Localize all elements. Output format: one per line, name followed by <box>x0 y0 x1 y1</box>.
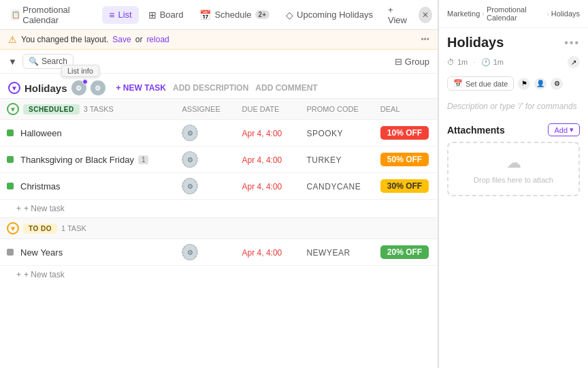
col-header-deal-todo <box>374 218 438 239</box>
new-task-label: + New task <box>24 204 65 213</box>
task-name-cell: Thanksgiving or Black Friday 1 <box>0 147 175 173</box>
task-status-dot <box>7 183 14 189</box>
breadcrumb-holidays: Holidays <box>551 10 580 18</box>
col-header-task: ▼ SCHEDULED 3 TASKS <box>0 99 175 120</box>
meta-time-2: 🕐 1m <box>481 58 504 67</box>
add-comment-btn[interactable]: ADD COMMENT <box>255 83 317 93</box>
breadcrumb: Marketing › Promotional Calendar › Holid… <box>439 0 588 28</box>
drop-label: Drop files here to attach <box>474 176 553 184</box>
tab-schedule[interactable]: 📅 Schedule 2+ <box>193 6 276 24</box>
set-due-date-button[interactable]: 📅 Set due date <box>447 76 514 91</box>
app-logo: 📋 Promotional Calendar <box>5 2 99 28</box>
add-assignee-icon[interactable]: ⚙ <box>182 178 198 194</box>
task-assignee[interactable]: ⚙ <box>175 147 235 173</box>
tab-list-label: List <box>118 10 131 20</box>
scheduled-badge: SCHEDULED <box>23 104 80 114</box>
assignee-avatar: ⚙ <box>182 151 197 168</box>
notif-more-icon[interactable]: ••• <box>421 35 429 44</box>
upcoming-tab-icon: ◇ <box>286 10 293 20</box>
tab-board[interactable]: ⊞ Board <box>142 6 191 24</box>
todo-count: 1 TASK <box>61 224 86 232</box>
scheduled-expand-icon[interactable]: ▼ <box>7 103 19 115</box>
notif-dot <box>82 79 88 85</box>
tasks-table-todo: ▼ TO DO 1 TASK <box>0 217 438 266</box>
list-info-tooltip: List info <box>61 65 99 77</box>
new-task-plus-icon-todo: + <box>16 270 21 279</box>
notification-message: You changed the layout. <box>21 35 108 44</box>
panel-description[interactable]: Description or type '/' for commands <box>439 96 588 117</box>
notification-bar: ⚠ You changed the layout. Save or reload… <box>0 30 438 50</box>
task-status-dot <box>7 156 14 163</box>
add-label: Add <box>554 126 568 134</box>
tab-upcoming[interactable]: ◇ Upcoming Holidays <box>279 6 380 24</box>
task-promo-code: CANDYCANE <box>299 173 373 200</box>
group-label: Group <box>405 57 429 67</box>
deal-badge: 20% OFF <box>380 245 429 259</box>
schedule-badge: 2+ <box>255 10 270 19</box>
panel-more-button[interactable]: ••• <box>564 37 580 49</box>
drop-zone: ☁ Drop files here to attach <box>447 142 580 196</box>
top-nav: 📋 Promotional Calendar ≡ List ⊞ Board 📅 … <box>0 0 438 30</box>
task-promo-code: NEWYEAR <box>299 239 373 266</box>
col-header-promo-todo <box>299 218 373 239</box>
group-button[interactable]: ⊟ Group <box>395 57 429 67</box>
dropdown-chevron-icon: ▾ <box>570 125 574 134</box>
table-row: Christmas ⚙ Apr 4, 4:00 CANDYCANE <box>0 173 438 200</box>
add-attachment-button[interactable]: Add ▾ <box>548 123 580 136</box>
breadcrumb-sep-1: › <box>482 10 485 18</box>
panel-meta: ⏱ 1m · 🕐 1m ↗ <box>439 53 588 74</box>
task-due-date: Apr 4, 4:00 <box>235 173 300 200</box>
breadcrumb-sep-2: › <box>546 10 549 18</box>
breadcrumb-marketing: Marketing <box>447 10 480 18</box>
tab-list[interactable]: ≡ List <box>102 6 138 24</box>
task-name[interactable]: New Years <box>20 247 63 258</box>
add-desc-btn[interactable]: ADD DESCRIPTION <box>173 83 248 93</box>
user-assign-icon[interactable]: 👤 <box>534 78 546 90</box>
new-task-row-todo[interactable]: + + New task <box>0 266 438 283</box>
group-icon: ⊟ <box>395 57 402 67</box>
description-placeholder: Description or type '/' for commands <box>447 102 577 111</box>
task-assignee[interactable]: ⚙ <box>175 239 235 266</box>
add-view-button[interactable]: + View <box>382 1 416 29</box>
add-assignee-icon[interactable]: ⚙ <box>182 151 198 168</box>
attachments-header: Attachments Add ▾ <box>447 123 580 136</box>
add-view-label: + View <box>388 5 410 25</box>
tab-board-label: Board <box>160 10 184 20</box>
task-name[interactable]: Halloween <box>20 128 62 138</box>
flag-icon[interactable]: ⚑ <box>518 78 530 90</box>
meta-time-1: ⏱ 1m <box>447 58 468 66</box>
deal-badge: 50% OFF <box>380 153 429 166</box>
expand-icon[interactable]: ▼ <box>8 82 20 94</box>
task-name[interactable]: Thanksgiving or Black Friday <box>20 155 134 165</box>
task-assignee[interactable]: ⚙ <box>175 173 235 200</box>
todo-expand-icon[interactable]: ▼ <box>7 222 19 234</box>
group-holidays-header: ▼ Holidays ⚙ ⚙ + NEW TASK ADD DESCRIPTIO… <box>0 74 438 98</box>
group-actions: + NEW TASK ADD DESCRIPTION ADD COMMENT <box>116 83 318 93</box>
tasks-table-scheduled: ▼ SCHEDULED 3 TASKS ASSIGNEE DUE DATE PR… <box>0 98 438 200</box>
settings-avatar[interactable]: ⚙ <box>91 80 105 95</box>
task-name-cell: Halloween <box>0 120 175 147</box>
save-link[interactable]: Save <box>112 35 131 44</box>
new-task-btn[interactable]: + NEW TASK <box>116 83 166 93</box>
add-assignee-icon[interactable]: ⚙ <box>182 244 198 260</box>
task-assignee[interactable]: ⚙ <box>175 120 235 147</box>
panel-title-row: Holidays ••• <box>439 28 588 53</box>
filter-button[interactable]: ▼ <box>8 57 17 67</box>
settings-icon[interactable]: ⚙ <box>551 78 563 90</box>
share-icon[interactable]: ↗ <box>568 56 580 68</box>
new-task-row-scheduled[interactable]: + + New task <box>0 200 438 217</box>
col-header-todo: ▼ TO DO 1 TASK <box>0 218 175 239</box>
reload-link[interactable]: reload <box>146 35 169 44</box>
table-row: Halloween ⚙ Apr 4, 4:00 SPOOKY <box>0 120 438 147</box>
task-name[interactable]: Christmas <box>20 181 61 191</box>
time-icon-2: 🕐 <box>481 58 491 67</box>
group-holidays-label: Holidays <box>24 82 67 94</box>
filter-icon: ▼ <box>8 57 17 67</box>
task-deal: 20% OFF <box>374 239 438 266</box>
close-button[interactable]: ✕ <box>419 7 432 23</box>
col-header-assignee: ASSIGNEE <box>175 99 235 120</box>
task-due-date: Apr 4, 4:00 <box>235 239 300 266</box>
assignee-avatar: ⚙ <box>182 244 197 260</box>
add-assignee-icon[interactable]: ⚙ <box>182 125 198 141</box>
deal-badge: 30% OFF <box>380 179 429 193</box>
